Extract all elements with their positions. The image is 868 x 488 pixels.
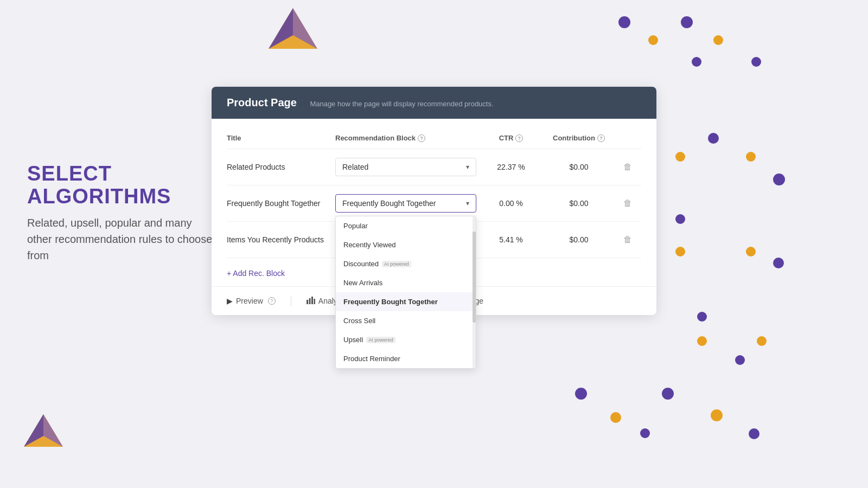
dropdown-item-recently-viewed[interactable]: Recently Viewed [336, 235, 476, 254]
heading-line1: SELECT [27, 162, 112, 185]
row-contribution-1: $0.00 [544, 199, 614, 208]
delete-button-1[interactable]: 🗑 [614, 198, 641, 208]
decorative-dot [697, 312, 707, 322]
logo-bottom [22, 412, 65, 455]
decorative-dot [757, 336, 767, 346]
logo-top [266, 5, 320, 60]
dropdown-item-discounted[interactable]: Discounted AI powered [336, 254, 476, 273]
delete-button-0[interactable]: 🗑 [614, 162, 641, 172]
scroll-thumb [473, 232, 476, 323]
decorative-dot [708, 133, 719, 144]
dropdown-container-1: Frequently Bought Together ▾ Popular Rec… [335, 194, 478, 213]
decorative-dot [640, 428, 650, 438]
decorative-dot [675, 214, 685, 224]
decorative-dot [675, 247, 685, 256]
dropdown-item-fbt[interactable]: Frequently Bought Together [336, 292, 476, 311]
dropdown-container-0: Related ▾ [335, 158, 478, 176]
svg-rect-7 [309, 298, 310, 304]
preview-button[interactable]: ▶ Preview ? [227, 297, 276, 305]
ai-badge: AI powered [382, 261, 411, 267]
decorative-dot [575, 388, 587, 400]
svg-rect-8 [311, 297, 313, 304]
svg-rect-9 [314, 299, 315, 304]
dropdown-item-cross-sell[interactable]: Cross Sell [336, 311, 476, 330]
chevron-down-icon: ▾ [466, 200, 469, 207]
row-title-1: Frequently Bought Together [227, 199, 335, 208]
dropdown-menu: Popular Recently Viewed Discounted AI po… [335, 216, 476, 369]
decorative-dot [735, 355, 745, 365]
row-ctr-1: 0.00 % [478, 199, 544, 208]
page-title: Product Page [227, 97, 297, 109]
decorative-dot [746, 247, 756, 256]
subtext: Related, upsell, popular and many other … [27, 215, 217, 264]
analytics-icon [307, 297, 315, 306]
table-row: Frequently Bought Together Frequently Bo… [227, 185, 641, 222]
page-subtitle: Manage how the page will display recomme… [310, 100, 493, 108]
decorative-dot [675, 152, 685, 162]
decorative-dot [746, 152, 756, 162]
left-panel: SELECT ALGORITHMS Related, upsell, popul… [27, 163, 217, 264]
decorative-dot [618, 16, 630, 28]
dropdown-item-new-arrivals[interactable]: New Arrivals [336, 273, 476, 292]
play-icon: ▶ [227, 297, 233, 305]
col-actions [614, 134, 641, 142]
decorative-dot [751, 57, 761, 67]
dropdown-trigger-0[interactable]: Related ▾ [335, 158, 476, 176]
chevron-down-icon: ▾ [466, 163, 469, 171]
table-row: Related Products Related ▾ 22.37 % $0.00… [227, 149, 641, 185]
decorative-dot [711, 409, 723, 421]
dropdown-item-upsell[interactable]: Upsell AI powered [336, 330, 476, 349]
decorative-dot [662, 388, 674, 400]
decorative-dot [648, 35, 658, 45]
decorative-dot [692, 57, 701, 67]
footer-divider [291, 296, 291, 306]
col-ctr: CTR ? [478, 134, 544, 142]
col-rec-block: Recommendation Block ? [335, 134, 478, 142]
decorative-dot [713, 35, 723, 45]
delete-button-2[interactable]: 🗑 [614, 235, 641, 245]
row-contribution-0: $0.00 [544, 163, 614, 171]
dropdown-item-popular[interactable]: Popular [336, 216, 476, 235]
dropdown-item-product-reminder[interactable]: Product Reminder [336, 349, 476, 368]
row-ctr-0: 22.37 % [478, 163, 544, 171]
decorative-dot [697, 336, 707, 346]
col-contribution: Contribution ? [544, 134, 614, 142]
main-card: Product Page Manage how the page will di… [212, 87, 656, 315]
svg-rect-6 [307, 300, 308, 304]
row-contribution-2: $0.00 [544, 235, 614, 244]
table-header: Title Recommendation Block ? CTR ? Contr… [227, 130, 641, 149]
card-header: Product Page Manage how the page will di… [212, 87, 656, 119]
decorative-dot [681, 16, 693, 28]
card-body: Title Recommendation Block ? CTR ? Contr… [212, 119, 656, 286]
heading-line2: ALGORITHMS [27, 185, 171, 208]
heading: SELECT ALGORITHMS [27, 163, 217, 208]
rec-block-help-icon[interactable]: ? [418, 134, 425, 142]
decorative-dot [749, 428, 760, 439]
decorative-dot [610, 412, 621, 423]
row-title-2: Items You Recently Products [227, 235, 335, 244]
contribution-help-icon[interactable]: ? [597, 134, 605, 142]
ai-badge: AI powered [366, 337, 395, 343]
ctr-help-icon[interactable]: ? [515, 134, 523, 142]
preview-help-icon[interactable]: ? [268, 297, 276, 305]
dropdown-trigger-1[interactable]: Frequently Bought Together ▾ [335, 194, 476, 213]
scrollbar[interactable] [473, 216, 476, 368]
row-title-0: Related Products [227, 163, 335, 171]
decorative-dot [773, 258, 784, 268]
col-title: Title [227, 134, 335, 142]
row-ctr-2: 5.41 % [478, 235, 544, 244]
decorative-dot [773, 174, 785, 185]
